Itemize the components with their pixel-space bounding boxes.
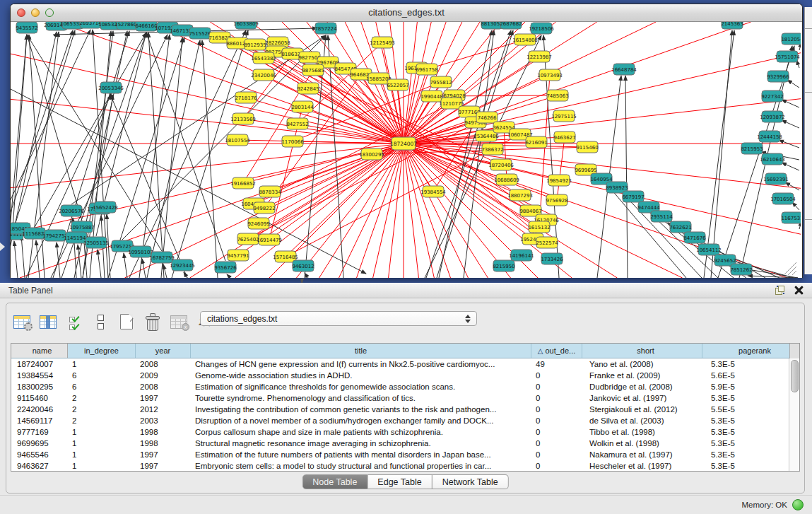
tab-network-table[interactable]: Network Table [433,474,509,489]
table-row[interactable]: 977716911998Corpus callosum shape and si… [11,426,799,438]
table-cell: Embryonic stem cells: a model to study s… [191,460,531,472]
graph-node-label: 1167533 [781,216,801,221]
table-cell: 18300295 [11,381,68,392]
graph-node-label: 9756928 [546,198,567,204]
column-header-title[interactable]: title [191,344,531,358]
graph-node-label: 6961758 [416,67,437,73]
minimize-window-button[interactable] [31,8,40,17]
table-row[interactable]: 946554611997Estimation of the future num… [11,449,799,460]
graph-node-label: 7632621 [669,225,691,230]
table-cell: 2 [68,404,136,415]
graph-node-label: 2522574 [536,240,558,246]
graph-node-label: 10654112 [696,247,722,253]
table-row[interactable]: 969969511998Structural magnetic resonanc… [11,438,799,449]
graph-node-label: 12505135 [83,240,109,246]
graph-node-label: 6216091 [525,140,547,146]
close-panel-icon[interactable] [794,286,804,295]
vertical-scrollbar[interactable] [789,358,799,471]
table-toolbar: x f(x) [13,309,213,334]
graph-node-label: 12213987 [526,54,552,60]
network-canvas[interactable]: 9435572206914061065332726937141085326715… [11,22,802,278]
table-cell: de Silva et al. (2003) [582,415,702,426]
column-select-button[interactable] [40,312,57,332]
table-cell: 18724007 [11,358,68,370]
column-header-name[interactable]: name [11,344,68,358]
dropdown-stepper-icon [465,315,476,323]
table-cell: 1997 [136,449,191,460]
background-window-edge [804,7,812,274]
graph-node-label: 19854923 [546,178,572,184]
unselect-rows-button[interactable] [92,312,109,332]
table-cell: Dudbridge et al. (2008) [582,381,702,392]
table-cell: 5.3E-5 [702,426,799,438]
table-cell: 1 [68,438,136,449]
table-cell: Disruption of a novel member of a sodium… [191,415,531,426]
graph-node-label: 16154808 [512,37,538,43]
import-table-button-disabled: x [170,312,187,332]
graph-node-label: 14196141 [509,253,534,259]
graph-node-label: 18720406 [488,163,514,168]
table-source-dropdown[interactable]: citations_edges.txt [200,311,477,326]
close-window-button[interactable] [17,8,25,17]
table-row[interactable]: 2242004622012Investigating the contribut… [11,404,799,415]
tab-edge-table[interactable]: Edge Table [367,474,432,489]
table-cell: 19384554 [11,370,68,381]
graph-node-label: 9435572 [16,25,37,31]
table-cell: Franke et al. (2009) [582,370,702,381]
column-header-pagerank[interactable]: pagerank [702,344,799,358]
graph-node-label: 15716485 [273,255,298,260]
table-cell: Changes of HCN gene expression and I(f) … [191,358,531,370]
tab-node-table[interactable]: Node Table [302,474,367,489]
table-cell: 5.3E-5 [702,415,799,426]
delete-table-button[interactable] [144,312,161,332]
graph-node-label: 9245652 [714,258,736,264]
document-icon [120,314,133,329]
graph-node-label: 9474444 [637,205,660,211]
graph-node-label: 18724007 [390,141,417,147]
network-graph[interactable]: 9435572206914061065332726937141085326715… [11,22,801,278]
table-cell: Estimation of the future numbers of pati… [191,449,531,460]
table-settings-button[interactable] [13,312,30,332]
table-cell: Corpus callosum shape and size in male p… [191,426,531,438]
table-panel-body: x f(x) citations_edges.txt namein_degree… [6,303,805,493]
traffic-lights [17,8,54,17]
table-cell: 0 [531,381,582,392]
graph-node-label: 10973493 [537,73,563,78]
table-row[interactable]: 1872400712008Changes of HCN gene express… [11,358,799,370]
table-row[interactable]: 1830029562008Estimation of significance … [11,381,799,392]
new-table-button[interactable] [118,312,135,332]
background-window-fragment [0,243,5,251]
table-cell: 5.5E-5 [702,404,799,415]
float-panel-icon[interactable] [775,286,784,295]
table-row[interactable]: 946362711997Embryonic stem cells: a mode… [11,460,799,472]
table-cell: 1 [68,358,136,370]
network-window: citations_edges.txt 94355722069140610653… [10,4,803,278]
column-header-short[interactable]: short [582,344,702,358]
table-row[interactable]: 911546021997Tourette syndrome. Phenomeno… [11,392,799,404]
graph-node-label: 16914479 [257,238,282,243]
graph-node-label: 7955812 [430,80,452,86]
table-row[interactable]: 1456911722003Disruption of a novel membe… [11,415,799,426]
table-panel-titlebar: Table Panel [0,283,812,298]
column-header-out_de[interactable]: △out_de... [531,344,582,358]
table-cell: 5.6E-5 [702,370,799,381]
graph-node-label: 9699695 [575,168,596,173]
window-titlebar[interactable]: citations_edges.txt [11,4,802,22]
column-header-in_degree[interactable]: in_degree [68,344,136,358]
scrollbar-thumb[interactable] [791,360,799,392]
graph-node-label: 9463012 [292,264,314,269]
graph-node-label: 19218506 [529,26,554,32]
table-cell: 14569117 [11,415,68,426]
zoom-window-button[interactable] [45,8,54,17]
graph-node-label: 2935114 [650,214,673,220]
graph-node-label: 8471676 [683,235,706,241]
graph-node-label: 16210643 [760,157,785,163]
table-cell: 1998 [136,438,191,449]
select-all-checks-button[interactable] [66,312,83,332]
table-cell: 9699695 [11,438,68,449]
column-header-year[interactable]: year [136,344,191,358]
graph-node-label: 9227342 [761,94,783,100]
graph-node-label: 12133569 [230,117,256,122]
table-row[interactable]: 1938455462009Genome-wide association stu… [11,370,799,381]
graph-node-label: 8215950 [493,264,514,269]
